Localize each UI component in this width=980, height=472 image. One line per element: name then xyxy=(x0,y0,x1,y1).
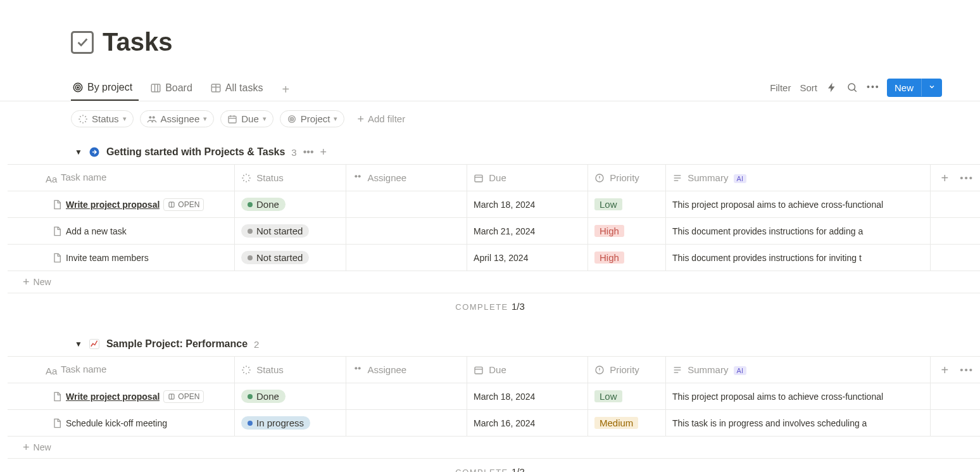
add-filter-button[interactable]: + Add filter xyxy=(357,113,405,125)
table-row[interactable]: Write project proposal OPEN Done March 1… xyxy=(8,191,980,218)
complete-counter: COMPLETE 1/3 xyxy=(0,293,980,319)
open-button[interactable]: OPEN xyxy=(163,198,204,211)
people-icon xyxy=(147,114,157,124)
column-header-status[interactable]: Status xyxy=(235,357,346,383)
column-header-summary[interactable]: Summary AI xyxy=(666,165,931,191)
people-icon xyxy=(353,173,363,183)
ai-badge: AI xyxy=(734,366,746,375)
tab-board[interactable]: Board xyxy=(149,79,199,100)
due-text: March 18, 2024 xyxy=(474,392,535,402)
group-count: 3 xyxy=(291,147,296,158)
group-toggle[interactable]: ▼ xyxy=(75,340,82,348)
cell-summary[interactable]: This task is in progress and involves sc… xyxy=(666,410,931,437)
tab-all-tasks[interactable]: All tasks xyxy=(209,79,270,100)
column-label: Due xyxy=(489,364,506,375)
filter-chip-due[interactable]: Due ▾ xyxy=(220,110,273,127)
group-toggle[interactable]: ▼ xyxy=(75,148,82,156)
chevron-down-icon[interactable] xyxy=(921,79,942,96)
cell-priority[interactable]: High xyxy=(587,218,665,245)
page-icon xyxy=(52,253,62,263)
add-column-button[interactable]: + xyxy=(941,364,949,376)
calendar-icon xyxy=(474,365,484,375)
page-icon[interactable] xyxy=(71,31,94,54)
cell-summary[interactable]: This project proposal aims to achieve cr… xyxy=(666,191,931,218)
more-icon[interactable]: ••• xyxy=(867,82,878,93)
sort-button[interactable]: Sort xyxy=(800,82,817,93)
open-button[interactable]: OPEN xyxy=(163,390,204,403)
add-view-button[interactable]: + xyxy=(279,80,292,98)
cell-status[interactable]: In progress xyxy=(235,410,346,437)
cell-priority[interactable]: Medium xyxy=(587,410,665,437)
cell-status[interactable]: Done xyxy=(235,383,346,410)
lightning-icon[interactable] xyxy=(826,82,838,93)
filter-chip-project[interactable]: Project ▾ xyxy=(280,110,345,127)
cell-status[interactable]: Done xyxy=(235,191,346,218)
column-header-summary[interactable]: Summary AI xyxy=(666,357,931,383)
table-row[interactable]: Write project proposal OPEN Done March 1… xyxy=(8,383,980,410)
cell-assignee[interactable] xyxy=(346,410,467,437)
target-icon xyxy=(72,82,84,93)
due-text: April 13, 2024 xyxy=(474,253,528,263)
cell-priority[interactable]: Low xyxy=(587,383,665,410)
status-text: Not started xyxy=(256,226,303,236)
cell-due[interactable]: March 18, 2024 xyxy=(467,191,588,218)
cell-summary[interactable]: This document provides instructions for … xyxy=(666,218,931,245)
group-add-button[interactable]: + xyxy=(320,146,327,158)
cell-assignee[interactable] xyxy=(346,218,467,245)
column-more-icon[interactable]: ••• xyxy=(960,364,974,375)
tab-label: Board xyxy=(165,82,192,94)
tab-by-project[interactable]: By project xyxy=(71,78,139,101)
cell-assignee[interactable] xyxy=(346,191,467,218)
spinner-icon xyxy=(78,114,88,124)
table-icon xyxy=(210,82,222,94)
tab-label: All tasks xyxy=(225,82,263,94)
new-button[interactable]: New xyxy=(887,79,942,97)
cell-due[interactable]: March 16, 2024 xyxy=(467,410,588,437)
column-header-due[interactable]: Due xyxy=(467,165,588,191)
column-header-name[interactable]: Aa Task name xyxy=(8,357,235,383)
column-header-priority[interactable]: Priority xyxy=(587,357,665,383)
filter-button[interactable]: Filter xyxy=(770,82,791,93)
group-more-icon[interactable]: ••• xyxy=(303,146,314,158)
filter-chip-status[interactable]: Status ▾ xyxy=(71,110,134,127)
column-header-assignee[interactable]: Assignee xyxy=(346,165,467,191)
new-row-button[interactable]: + New xyxy=(8,271,980,293)
priority-badge: Medium xyxy=(594,417,638,429)
open-label: OPEN xyxy=(178,392,199,401)
column-more-icon[interactable]: ••• xyxy=(960,172,974,183)
table-row[interactable]: Invite team members Not started April 13… xyxy=(8,245,980,271)
column-header-status[interactable]: Status xyxy=(235,165,346,191)
chip-label: Due xyxy=(241,113,259,124)
svg-point-22 xyxy=(358,175,361,177)
column-header-assignee[interactable]: Assignee xyxy=(346,357,467,383)
filter-chip-assignee[interactable]: Assignee ▾ xyxy=(140,110,215,127)
cell-status[interactable]: Not started xyxy=(235,245,346,271)
add-column-button[interactable]: + xyxy=(941,172,949,184)
cell-assignee[interactable] xyxy=(346,245,467,271)
cell-priority[interactable]: High xyxy=(587,245,665,271)
table-row[interactable]: Schedule kick-off meeting In progress Ma… xyxy=(8,410,980,437)
search-icon[interactable] xyxy=(846,82,858,93)
complete-label: COMPLETE xyxy=(455,468,508,472)
cell-due[interactable]: April 13, 2024 xyxy=(467,245,588,271)
column-header-due[interactable]: Due xyxy=(467,357,588,383)
cell-summary[interactable]: This project proposal aims to achieve cr… xyxy=(666,383,931,410)
ai-badge: AI xyxy=(734,174,746,183)
new-row-button[interactable]: + New xyxy=(8,437,980,459)
summary-text: This project proposal aims to achieve cr… xyxy=(672,200,883,210)
cell-due[interactable]: March 21, 2024 xyxy=(467,218,588,245)
column-label: Assignee xyxy=(367,172,406,183)
column-header-name[interactable]: Aa Task name xyxy=(8,165,235,191)
add-filter-label: Add filter xyxy=(368,113,405,124)
column-header-priority[interactable]: Priority xyxy=(587,165,665,191)
group-name[interactable]: Sample Project: Performance xyxy=(106,338,248,350)
cell-priority[interactable]: Low xyxy=(587,191,665,218)
cell-status[interactable]: Not started xyxy=(235,218,346,245)
table-row[interactable]: Add a new task Not started March 21, 202… xyxy=(8,218,980,245)
cell-due[interactable]: March 18, 2024 xyxy=(467,383,588,410)
cell-summary[interactable]: This document provides instructions for … xyxy=(666,245,931,271)
status-text: In progress xyxy=(256,418,304,428)
complete-value: 1/2 xyxy=(512,466,525,472)
cell-assignee[interactable] xyxy=(346,383,467,410)
group-name[interactable]: Getting started with Projects & Tasks xyxy=(106,146,285,158)
